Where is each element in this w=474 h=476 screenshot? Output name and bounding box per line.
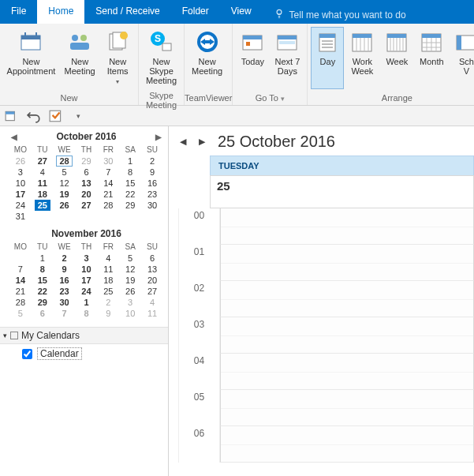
date-cell[interactable]: 7 [54,308,76,319]
date-cell[interactable]: 18 [97,275,119,286]
new-appointment-button[interactable]: NewAppointment [3,27,59,89]
time-slot[interactable] [220,281,474,317]
time-slot[interactable] [220,208,474,245]
date-cell[interactable]: 2 [97,297,119,308]
date-cell[interactable]: 23 [54,286,76,297]
date-cell[interactable]: 23 [141,189,163,200]
date-cell[interactable]: 27 [32,156,54,167]
date-cell[interactable]: 12 [119,264,141,275]
date-cell[interactable]: 22 [32,286,54,297]
date-cell[interactable]: 9 [141,167,163,178]
all-day-area[interactable]: 25 [210,175,474,208]
date-cell[interactable]: 27 [76,200,98,211]
date-cell[interactable]: 24 [9,200,32,211]
date-cell[interactable]: 1 [76,297,98,308]
tell-me-search[interactable]: Tell me what you want to do [263,0,414,24]
date-cell[interactable]: 30 [141,200,163,211]
prev-day-button[interactable]: ◀ [180,137,186,147]
work-week-view-button[interactable]: WorkWeek [345,27,379,89]
date-cell[interactable]: 8 [76,308,98,319]
date-cell[interactable]: 30 [54,297,76,308]
date-cell[interactable]: 11 [32,178,54,189]
date-cell[interactable]: 30 [97,156,119,167]
date-cell[interactable]: 28 [9,297,32,308]
time-slot[interactable] [220,317,474,354]
date-cell[interactable]: 13 [76,178,98,189]
date-cell[interactable]: 6 [141,253,163,264]
date-cell[interactable]: 25 [32,200,54,211]
date-cell[interactable]: 22 [119,189,141,200]
teamviewer-meeting-button[interactable]: NewMeeting [188,27,226,89]
date-cell[interactable]: 26 [9,156,32,167]
date-cell[interactable]: 2 [54,253,76,264]
date-cell[interactable]: 19 [54,189,76,200]
date-cell[interactable]: 27 [141,286,163,297]
date-cell[interactable]: 4 [32,167,54,178]
tab-send-receive[interactable]: Send / Receive [84,0,170,24]
tab-folder[interactable]: Folder [171,0,220,24]
tab-home[interactable]: Home [37,0,84,24]
date-cell[interactable]: 24 [76,286,98,297]
prev-month-button[interactable]: ◀ [11,133,17,141]
date-cell[interactable]: 16 [141,178,163,189]
calendar-checkbox[interactable] [22,349,32,359]
date-cell[interactable]: 19 [119,275,141,286]
new-items-button[interactable]: NewItems ▾ [100,27,134,91]
date-cell[interactable]: 13 [141,264,163,275]
date-cell[interactable]: 29 [32,297,54,308]
month-view-button[interactable]: Month [415,27,448,89]
today-button[interactable]: Today [236,27,269,89]
date-cell[interactable]: 14 [9,275,32,286]
date-cell[interactable]: 7 [97,167,119,178]
date-cell[interactable]: 10 [119,308,141,319]
date-cell[interactable]: 29 [76,156,98,167]
date-cell[interactable]: 26 [54,200,76,211]
time-slot[interactable] [220,390,474,426]
date-cell[interactable]: 3 [76,253,98,264]
date-cell[interactable]: 1 [119,156,141,167]
new-meeting-button[interactable]: NewMeeting [61,27,99,89]
date-cell[interactable]: 3 [9,167,32,178]
qat-item-1[interactable] [5,109,19,123]
date-cell[interactable]: 9 [97,308,119,319]
date-cell[interactable]: 15 [32,275,54,286]
date-cell[interactable]: 5 [119,253,141,264]
date-cell[interactable]: 25 [97,286,119,297]
next-7-days-button[interactable]: Next 7Days [271,27,304,89]
date-cell[interactable]: 16 [54,275,76,286]
date-cell[interactable]: 4 [141,297,163,308]
date-cell[interactable]: 18 [32,189,54,200]
date-cell[interactable]: 17 [9,189,32,200]
tab-file[interactable]: File [0,0,37,24]
date-cell[interactable]: 2 [141,156,163,167]
date-cell[interactable]: 26 [119,286,141,297]
schedule-view-button[interactable]: SchV [450,27,474,89]
time-slot[interactable] [220,354,474,390]
date-cell[interactable]: 5 [9,308,32,319]
date-cell[interactable]: 10 [9,178,32,189]
undo-button[interactable] [27,109,41,123]
next-month-button[interactable]: ▶ [155,133,162,141]
date-cell[interactable]: 14 [97,178,119,189]
tab-view[interactable]: View [220,0,263,24]
date-cell[interactable]: 28 [97,200,119,211]
week-view-button[interactable]: Week [380,27,413,89]
date-cell[interactable]: 20 [141,275,163,286]
date-cell[interactable]: 6 [76,167,98,178]
date-cell[interactable]: 7 [9,264,32,275]
time-slot[interactable] [220,245,474,281]
date-cell[interactable]: 11 [97,264,119,275]
date-cell[interactable]: 11 [141,308,163,319]
date-cell[interactable]: 8 [119,167,141,178]
date-cell[interactable]: 21 [9,286,32,297]
date-cell[interactable]: 28 [54,156,76,167]
date-cell[interactable]: 9 [54,264,76,275]
time-slot[interactable] [220,426,474,463]
date-cell[interactable]: 1 [32,253,54,264]
date-cell[interactable]: 17 [76,275,98,286]
date-cell[interactable]: 15 [119,178,141,189]
next-day-button[interactable]: ▶ [199,137,205,147]
date-cell[interactable]: 4 [97,253,119,264]
day-view-button[interactable]: Day [311,27,344,89]
qat-customize[interactable]: ▾ [71,109,85,123]
